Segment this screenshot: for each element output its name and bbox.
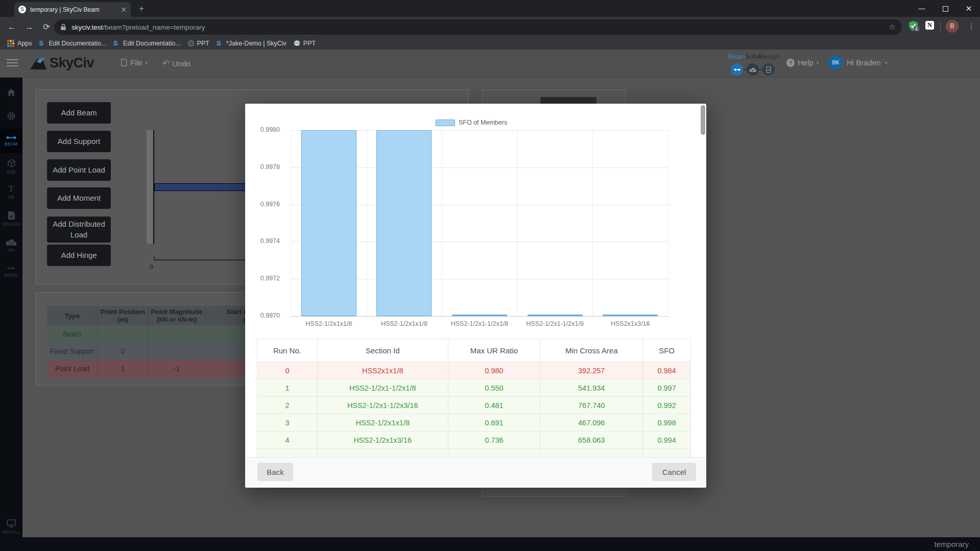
modal-scrollbar-thumb[interactable] (701, 105, 705, 135)
gridline (668, 130, 668, 316)
doc-check-icon (766, 66, 771, 73)
add-hinge-button[interactable]: Add Hinge (47, 245, 111, 266)
chart-y-axis: 0.99800.99780.99760.99740.99720.9970 (245, 130, 287, 316)
cell: 767.740 (540, 397, 643, 414)
new-tab-button[interactable]: + (136, 3, 147, 14)
ruler-tick (154, 256, 155, 260)
step-design-button[interactable] (762, 63, 775, 76)
add-beam-button[interactable]: Add Beam (47, 102, 111, 124)
user-avatar[interactable]: BK (829, 56, 843, 69)
cell: Beam (47, 325, 98, 343)
sidebar-item-s3d[interactable]: S3D (0, 154, 22, 179)
table-row[interactable]: 0 HSS2x1x1/8 0.980 392.257 0.984 (257, 362, 691, 379)
help-menu[interactable]: ? Help ▾ (786, 58, 819, 67)
table-row[interactable]: 3 HSS2-1/2x1x1/8 0.691 467.096 0.998 (257, 414, 691, 432)
cell (148, 343, 206, 360)
back-button[interactable]: Back (257, 463, 293, 481)
y-tick-label: 0.9972 (260, 275, 280, 282)
bookmark-item[interactable]: PPT (294, 40, 316, 47)
bookmark-item[interactable]: S Edit Documentatio... (113, 40, 181, 47)
tab-close-icon[interactable]: ✕ (121, 6, 127, 14)
browser-menu-icon[interactable]: ⋮ (966, 20, 976, 33)
bookmark-label: *Jake-Demo | SkyCiv (226, 40, 286, 47)
window-maximize-button[interactable] (934, 0, 957, 17)
add-distributed-load-button[interactable]: Add Distributed Load (47, 217, 111, 243)
sidebar-item-more[interactable]: ••• MORE (0, 259, 22, 284)
col-header: SFO (643, 339, 691, 362)
table-row[interactable]: 2 HSS2-1/2x1-1/2x3/16 0.481 767.740 0.99… (257, 397, 691, 414)
browser-profile-avatar[interactable]: B (946, 20, 959, 33)
bookmark-item[interactable]: S Edit Documentatio... (39, 40, 107, 47)
cell: 1 (98, 360, 148, 377)
file-menu[interactable]: File ▾ (121, 58, 148, 67)
undo-button[interactable]: ↶ Undo (162, 58, 190, 69)
cell: 0.994 (643, 432, 691, 449)
bookmark-item[interactable]: PPT (188, 40, 209, 47)
browser-tab[interactable]: S temporary | SkyCiv Beam ✕ (14, 2, 131, 17)
apps-shortcut[interactable]: Apps (7, 40, 32, 47)
col-header: Max UR Ratio (448, 339, 541, 362)
chart-bar (452, 315, 507, 316)
hamburger-menu-icon[interactable] (7, 59, 18, 68)
cancel-button[interactable]: Cancel (652, 463, 696, 481)
cell: HSS2x1x1/8 (318, 362, 448, 379)
sidebar-label: BEAM (5, 141, 18, 147)
sidebar-item-design[interactable]: DESIGN (0, 205, 22, 232)
sidebar-item-api[interactable]: {} API (0, 233, 22, 258)
forward-button[interactable]: → (22, 20, 36, 34)
bookmark-item[interactable]: S *Jake-Demo | SkyCiv (217, 40, 286, 47)
url-host: skyciv.test (71, 23, 103, 31)
home-icon (6, 87, 16, 98)
sidebar-item-beam[interactable]: BEAM (0, 129, 22, 153)
add-point-load-button[interactable]: Add Point Load (47, 159, 111, 181)
cell: 0 (98, 343, 148, 360)
browser-tab-bar: S temporary | SkyCiv Beam ✕ + — ✕ (0, 0, 980, 17)
sidebar-item-home[interactable] (0, 81, 22, 104)
chart-legend[interactable]: SFO of Members (436, 119, 507, 126)
gridline (592, 130, 593, 316)
user-menu[interactable]: Hi Braden ▾ (847, 58, 887, 67)
sidebar-label: S3D (7, 170, 16, 175)
notion-extension-icon[interactable]: N (925, 21, 934, 30)
y-tick-label: 0.9976 (260, 201, 280, 208)
results-table: Run No. Section Id Max UR Ratio Min Cros… (257, 339, 691, 458)
sidebar-label: MORE (4, 273, 18, 278)
add-support-button[interactable]: Add Support (47, 131, 111, 152)
chart-bar (376, 130, 432, 316)
cell: 0.984 (643, 362, 691, 379)
reload-button[interactable]: ⟳ (40, 20, 53, 34)
sidebar-item-settings[interactable] (0, 104, 22, 128)
greeting-label: Hi Braden (847, 58, 881, 67)
table-header-row: Run No. Section Id Max UR Ratio Min Cros… (257, 339, 691, 362)
tab-title: temporary | SkyCiv Beam (30, 6, 117, 13)
col-header: Type (47, 306, 98, 325)
y-tick-label: 0.9970 (260, 312, 280, 319)
col-header: Point Position (m) (98, 306, 148, 325)
sidebar-item-sb[interactable]: T SB (0, 180, 22, 204)
file-label: File (130, 58, 142, 67)
window-close-button[interactable]: ✕ (957, 0, 980, 17)
api-cloud-icon: {} (6, 238, 17, 246)
add-moment-button[interactable]: Add Moment (47, 187, 111, 209)
ruler-origin-label: 0 (150, 263, 153, 271)
apps-label: Apps (17, 40, 32, 47)
step-beam-button[interactable] (731, 63, 743, 76)
fixed-support-wall (147, 130, 153, 244)
step-solve-button[interactable] (747, 63, 759, 76)
window-minimize-button[interactable]: — (910, 0, 934, 17)
help-label: Help (798, 58, 814, 67)
bookmark-star-icon[interactable]: ☆ (889, 22, 896, 32)
table-row[interactable]: 1 HSS2-1/2x1-1/2x1/8 0.550 541.934 0.997 (257, 379, 691, 397)
chart-bar (528, 315, 583, 316)
skyciv-bird-icon (29, 56, 47, 70)
more-dots-icon: ••• (7, 266, 15, 271)
table-row-partial (257, 449, 691, 458)
cloud-check-icon (749, 67, 756, 73)
address-bar[interactable]: skyciv.test/beam?preload_name=temporary … (54, 19, 902, 35)
table-row[interactable]: 4 HSS2-1/2x1x3/16 0.736 658.063 0.994 (257, 432, 691, 449)
back-button[interactable]: ← (5, 20, 18, 34)
skyciv-logo[interactable]: SkyCiv (29, 55, 94, 71)
svg-text:{}: {} (9, 242, 14, 246)
sidebar-item-install[interactable]: INSTALL (0, 515, 22, 538)
y-tick-label: 0.9980 (260, 126, 280, 133)
